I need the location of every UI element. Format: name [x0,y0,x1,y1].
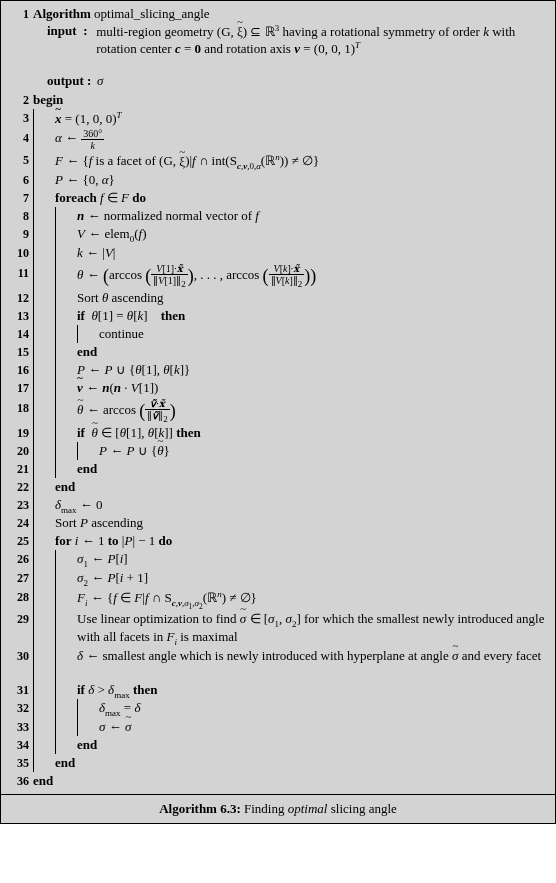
line-13-content: if θ[1] = θ[k] then [77,307,549,324]
line-16-content: P ← P ∪ {θ[1], θ[k]} [77,361,549,378]
line-12: 12 Sort θ ascending [7,289,549,307]
line-25-content: for i ← 1 to |P| − 1 do [55,532,549,549]
line-15-content: end [77,343,549,360]
line-25: 25 for i ← 1 to |P| − 1 do [7,532,549,550]
line-13: 13 if θ[1] = θ[k] then [7,307,549,325]
line-28-content: Fi ← {f ∈ F|f ∩ Sc,v,σ1,σ2(ℝn) ≠ ∅} [77,588,549,611]
line-3: 3 x = (1, 0, 0)T [7,109,549,127]
line-4: 4 α ← 360°k [7,127,549,151]
lineno-1: 1 [7,5,33,22]
line-32-content: δmax = δ [99,699,549,718]
line-9: 9 V ← elem0(f) [7,225,549,244]
line-8: 8 n ← normalized normal vector of f [7,207,549,225]
line-23-content: δmax ← 0 [55,496,549,515]
line-14: 14 continue [7,325,549,343]
line-32: 32 δmax = δ [7,699,549,718]
line-34: 34 end [7,736,549,754]
line-30-content: δ ← smallest angle which is newly introd… [77,647,549,664]
line-29-content: Use linear optimization to find σ ∈ [σ1,… [77,610,549,646]
begin-kw: begin [33,91,549,108]
line-20: 20 P ← P ∪ {θ} [7,442,549,460]
line-16: 16 P ← P ∪ {θ[1], θ[k]} [7,361,549,379]
line-36: 36 end [7,772,549,790]
line-8-content: n ← normalized normal vector of f [77,207,549,224]
input-label: input : [47,23,96,39]
line-24-content: Sort P ascending [55,514,549,531]
line-18-content: θ ← arccos (ṽ·x̃‖ṽ‖2) [77,397,549,424]
algorithm-box: 1 Algorithm optimal_slicing_angle input … [0,0,556,824]
line-22-content: end [55,478,549,495]
line-35: 35 end [7,754,549,772]
line-11-content: θ ← (arccos (V[1]·x̃‖V[1]‖2), . . . , ar… [77,262,549,289]
line-18: 18 θ ← arccos (ṽ·x̃‖ṽ‖2) [7,397,549,424]
line-output: output : σ [7,73,549,91]
line-7-content: foreach f ∈ F do [55,189,549,206]
line-10-content: k ← |V| [77,244,549,261]
line-12-content: Sort θ ascending [77,289,549,306]
line-1: 1 Algorithm optimal_slicing_angle [7,5,549,23]
line-15: 15 end [7,343,549,361]
line-21: 21 end [7,460,549,478]
line-20-content: P ← P ∪ {θ} [99,442,549,459]
caption-text: Finding optimal slicing angle [244,801,397,816]
line-21-content: end [77,460,549,477]
algorithm-keyword: Algorithm [33,6,91,21]
line-36-content: end [33,772,549,789]
line-input: input : multi-region geometry (G, ξ) ⊆ ℝ… [7,23,549,73]
line-22: 22 end [7,478,549,496]
line-17-content: v ← n(n · V[1]) [77,379,549,396]
line-27-content: σ2 ← P[i + 1] [77,569,549,588]
line-28: 28 Fi ← {f ∈ F|f ∩ Sc,v,σ1,σ2(ℝn) ≠ ∅} [7,588,549,611]
line-30: 30 δ ← smallest angle which is newly int… [7,647,549,681]
line-9-content: V ← elem0(f) [77,225,549,244]
line-14-content: continue [99,325,549,342]
line-19: 19 if θ ∈ [θ[1], θ[k]] then [7,424,549,442]
caption-label: Algorithm 6.3: [159,801,241,816]
line-26: 26 σ1 ← P[i] [7,550,549,569]
line-31-content: if δ > δmax then [77,681,549,700]
line-26-content: σ1 ← P[i] [77,550,549,569]
line-33: 33 σ ← σ [7,718,549,736]
caption: Algorithm 6.3: Finding optimal slicing a… [1,794,555,823]
algorithm-content: 1 Algorithm optimal_slicing_angle input … [1,1,555,794]
line-2: 2 begin [7,91,549,109]
line-4-content: α ← 360°k [55,127,549,151]
algorithm-name: optimal_slicing_angle [94,6,210,21]
line-10: 10 k ← |V| [7,244,549,262]
line-19-content: if θ ∈ [θ[1], θ[k]] then [77,424,549,441]
output-value: σ [97,73,103,89]
line-6: 6 P ← {0, α} [7,171,549,189]
line-5-content: F ← {f is a facet of (G, ξ)|f ∩ int(Sc,v… [55,151,549,171]
line-24: 24 Sort P ascending [7,514,549,532]
output-label: output : [47,73,97,89]
line-33-content: σ ← σ [99,718,549,735]
line-29: 29 Use linear optimization to find σ ∈ [… [7,610,549,646]
line-11: 11 θ ← (arccos (V[1]·x̃‖V[1]‖2), . . . ,… [7,262,549,289]
line-7: 7 foreach f ∈ F do [7,189,549,207]
line-34-content: end [77,736,549,753]
line-31: 31 if δ > δmax then [7,681,549,700]
line-17: 17 v ← n(n · V[1]) [7,379,549,397]
line-3-content: x = (1, 0, 0)T [55,109,549,127]
line-23: 23 δmax ← 0 [7,496,549,515]
input-text: multi-region geometry (G, ξ) ⊆ ℝ3 having… [96,23,549,58]
line-35-content: end [55,754,549,771]
line-5: 5 F ← {f is a facet of (G, ξ)|f ∩ int(Sc… [7,151,549,171]
line-6-content: P ← {0, α} [55,171,549,188]
line-27: 27 σ2 ← P[i + 1] [7,569,549,588]
